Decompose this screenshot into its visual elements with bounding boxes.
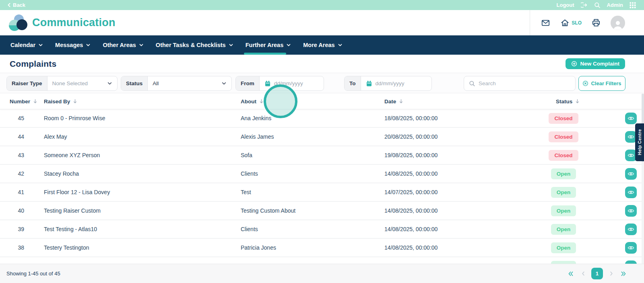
nav-item-other-areas[interactable]: Other Areas xyxy=(102,35,144,55)
cell-about: Testing Custom About xyxy=(241,202,295,219)
slo-label: SLO xyxy=(572,20,582,26)
nav-item-messages[interactable]: Messages xyxy=(54,35,91,55)
view-complaint-button[interactable] xyxy=(625,168,637,180)
status-badge: Open xyxy=(551,205,576,216)
help-centre-label: Help Centre xyxy=(637,129,642,155)
table-row: 42 Stacey Rocha Clients 14/08/2025, 00:0… xyxy=(0,165,644,183)
table-row: 39 Test Testing - Atlas10 Clients 14/08/… xyxy=(0,220,644,239)
chevron-down-icon xyxy=(107,81,112,86)
cell-number: 38 xyxy=(10,239,24,256)
cell-number: 39 xyxy=(10,220,24,238)
date-to-field[interactable]: To dd/mm/yyyy xyxy=(344,76,432,91)
current-page-button[interactable]: 1 xyxy=(591,268,603,279)
cell-about: Ana Jenkins xyxy=(241,109,271,127)
column-header-number[interactable]: Number xyxy=(10,98,30,105)
cell-number: 44 xyxy=(10,128,24,146)
cell-date: 14/08/2025, 00:00:00 xyxy=(384,165,438,183)
messages-envelope-icon[interactable] xyxy=(541,18,551,27)
cell-number: 45 xyxy=(10,109,24,127)
table-row: 44 Alex May Alexis James 20/08/2025, 00:… xyxy=(0,128,644,146)
first-page-button[interactable] xyxy=(566,269,575,278)
user-avatar[interactable] xyxy=(611,16,625,30)
view-complaint-button[interactable] xyxy=(625,242,637,254)
view-complaint-button[interactable] xyxy=(625,205,637,217)
cell-about: Alexis James xyxy=(241,128,274,146)
eye-icon xyxy=(627,152,635,159)
nav-label: More Areas xyxy=(303,42,334,48)
clear-filters-button[interactable]: Clear Filters xyxy=(578,76,625,91)
chevron-down-icon xyxy=(38,43,43,47)
search-icon xyxy=(469,80,475,87)
logout-icon[interactable] xyxy=(581,2,588,8)
status-badge: Closed xyxy=(549,150,578,161)
apps-grid-icon[interactable] xyxy=(630,2,636,8)
search-field[interactable] xyxy=(464,76,576,91)
cell-raised-by: Stacey Rocha xyxy=(44,165,79,183)
search-input[interactable] xyxy=(479,80,570,86)
status-badge: Open xyxy=(551,187,576,198)
chevron-down-icon xyxy=(286,43,291,47)
table-body: 45 Room 0 - Primrose Wise Ana Jenkins 18… xyxy=(0,109,644,276)
sort-icon[interactable] xyxy=(575,99,580,104)
nav-item-further-areas[interactable]: Further Areas xyxy=(245,35,292,55)
help-centre-tab[interactable]: Help Centre xyxy=(635,123,644,161)
new-complaint-button[interactable]: New Complaint xyxy=(566,58,625,69)
raiser-type-dropdown[interactable]: Raiser Type None Selected xyxy=(6,76,118,91)
app-header: Communication SLO xyxy=(0,10,644,35)
nav-item-more-areas[interactable]: More Areas xyxy=(302,35,343,55)
sort-icon[interactable] xyxy=(33,99,37,104)
cell-raised-by: Someone XYZ Person xyxy=(44,146,100,164)
sort-icon[interactable] xyxy=(73,99,77,104)
page-title-bar: Complaints New Complaint xyxy=(0,55,644,73)
clear-filters-label: Clear Filters xyxy=(591,80,621,86)
chevron-down-icon xyxy=(86,43,91,47)
print-icon[interactable] xyxy=(591,18,601,27)
sort-icon[interactable] xyxy=(259,99,264,104)
next-page-button[interactable] xyxy=(607,269,615,278)
last-page-button[interactable] xyxy=(619,269,628,278)
raiser-type-value: None Selected xyxy=(52,80,88,86)
view-complaint-button[interactable] xyxy=(625,187,637,198)
home-icon[interactable]: SLO xyxy=(560,18,582,27)
nav-item-other-tasks-checklists[interactable]: Other Tasks & Checklists xyxy=(155,35,234,55)
table-row: 40 Testing Raiser Custom Testing Custom … xyxy=(0,202,644,220)
new-complaint-label: New Complaint xyxy=(580,61,619,67)
column-header-status[interactable]: Status xyxy=(556,98,572,105)
status-dropdown[interactable]: Status All xyxy=(121,76,232,91)
cell-about: Patricia Jones xyxy=(241,239,276,256)
admin-menu[interactable]: Admin xyxy=(607,2,623,8)
nav-label: Other Areas xyxy=(103,42,136,48)
calendar-icon xyxy=(264,80,271,87)
column-header-date[interactable]: Date xyxy=(384,98,396,105)
table-header: Number Raised By About Date Status xyxy=(0,93,644,109)
cell-about: Clients xyxy=(241,220,258,238)
column-header-about[interactable]: About xyxy=(241,98,256,105)
column-header-raised-by[interactable]: Raised By xyxy=(44,98,70,105)
cell-about: Test xyxy=(241,183,251,201)
cell-date: 18/08/2025, 00:00:00 xyxy=(384,109,438,127)
cell-raised-by: First Floor 12 - Lisa Dovey xyxy=(44,183,110,201)
eye-icon xyxy=(627,189,635,196)
cell-date: 14/08/2025, 00:00:00 xyxy=(384,239,438,256)
chevron-left-icon xyxy=(7,3,11,7)
date-from-field[interactable]: From dd/mm/yyyy xyxy=(235,76,324,91)
cell-raised-by: Testing Raiser Custom xyxy=(44,202,101,219)
back-label: Back xyxy=(13,2,25,8)
back-button[interactable]: Back xyxy=(7,2,25,8)
nav-label: Further Areas xyxy=(246,42,284,48)
previous-page-button[interactable] xyxy=(579,269,588,278)
pagination-footer: Showing 1-45 out of 45 1 xyxy=(0,264,644,283)
sort-icon[interactable] xyxy=(399,99,403,104)
nav-item-calendar[interactable]: Calendar xyxy=(10,35,44,55)
view-complaint-button[interactable] xyxy=(625,224,637,235)
vertical-scrollbar[interactable] xyxy=(642,94,644,264)
cell-date: 14/08/2025, 00:00:00 xyxy=(384,202,438,219)
showing-count: Showing 1-45 out of 45 xyxy=(6,271,60,277)
search-icon[interactable] xyxy=(594,2,601,8)
view-complaint-button[interactable] xyxy=(625,113,637,124)
table-row: 45 Room 0 - Primrose Wise Ana Jenkins 18… xyxy=(0,109,644,128)
circle-x-icon xyxy=(582,80,588,86)
cell-number: 42 xyxy=(10,165,24,183)
logout-link[interactable]: Logout xyxy=(557,2,574,8)
nav-label: Other Tasks & Checklists xyxy=(156,42,226,48)
